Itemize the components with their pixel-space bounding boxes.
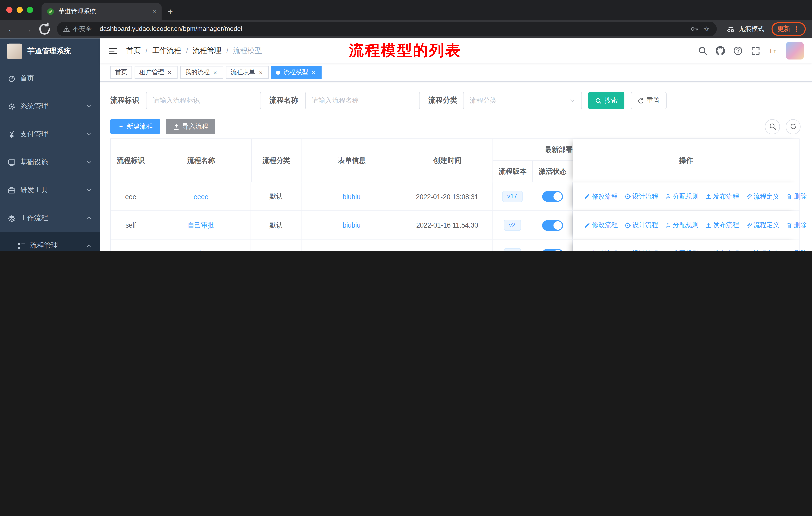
sidebar-item-label: 支付管理 — [20, 130, 81, 139]
action-delete-button[interactable]: 删除 — [786, 192, 807, 201]
cell-version: v17 — [493, 183, 532, 211]
tag-process-model[interactable]: 流程模型× — [271, 66, 322, 79]
action-definition-button[interactable]: 流程定义 — [746, 221, 780, 230]
tag-home[interactable]: 首页 — [110, 66, 132, 79]
tag-close-icon[interactable]: × — [258, 69, 264, 76]
process-name-link[interactable]: 自己审批 — [187, 221, 214, 230]
action-edit-button[interactable]: 修改流程 — [584, 250, 618, 251]
update-button[interactable]: 更新 ⋮ — [772, 22, 806, 35]
active-toggle[interactable] — [542, 220, 562, 230]
avatar[interactable] — [786, 42, 804, 60]
hamburger-icon[interactable] — [108, 46, 118, 56]
sidebar-item-devtools[interactable]: 研发工具 — [0, 176, 100, 204]
browser-menu-icon[interactable]: ⋮ — [793, 25, 800, 33]
github-icon[interactable] — [716, 46, 725, 55]
create-process-button[interactable]: + 新建流程 — [110, 119, 160, 134]
sidebar-item-system[interactable]: 系统管理 — [0, 92, 100, 120]
font-size-icon[interactable]: TT — [768, 46, 778, 55]
tag-tenant[interactable]: 租户管理× — [135, 66, 178, 79]
process-model-table: 流程标识 流程名称 流程分类 表单信息 创建时间 最新部署的流程定义 流程版本 … — [110, 138, 800, 251]
chevron-down-icon — [86, 131, 92, 138]
cell-category: OA — [252, 240, 301, 251]
action-edit-button[interactable]: 修改流程 — [584, 221, 618, 230]
process-name-link[interactable]: eeee — [194, 193, 209, 200]
form-info-link[interactable]: biubiu — [343, 193, 360, 200]
minimize-window-button[interactable] — [17, 7, 23, 13]
action-publish-button[interactable]: 发布流程 — [705, 192, 739, 201]
cell-active-state — [532, 211, 573, 239]
process-key-input[interactable]: 请输入流程标识 — [146, 92, 261, 109]
sidebar-item-workflow[interactable]: 工作流程 — [0, 204, 100, 232]
action-assign-rule-button[interactable]: 分配规则 — [665, 192, 699, 201]
version-tag[interactable]: v5 — [504, 248, 521, 251]
window-controls — [0, 0, 41, 20]
action-delete-button[interactable]: 删除 — [786, 221, 807, 230]
action-delete-button[interactable]: 删除 — [786, 250, 807, 251]
active-toggle[interactable] — [542, 191, 562, 202]
process-name-input[interactable]: 请输入流程名称 — [305, 92, 420, 109]
tag-close-icon[interactable]: × — [212, 69, 219, 76]
cell-process-key: self — [111, 211, 151, 239]
close-window-button[interactable] — [6, 7, 12, 13]
security-status[interactable]: 不安全 — [63, 25, 92, 33]
breadcrumb-item-home[interactable]: 首页 — [126, 46, 141, 55]
show-search-button[interactable] — [765, 119, 780, 134]
version-tag[interactable]: v17 — [502, 191, 523, 202]
bookmark-star-icon[interactable]: ☆ — [702, 25, 710, 33]
tag-close-icon[interactable]: × — [310, 69, 317, 76]
sidebar-item-label: 首页 — [20, 74, 92, 83]
action-design-button[interactable]: 设计流程 — [625, 192, 658, 201]
incognito-icon — [726, 25, 735, 33]
process-name-link[interactable]: OA 请假 — [188, 249, 213, 251]
action-design-button[interactable]: 设计流程 — [625, 221, 658, 230]
import-process-button[interactable]: 导入流程 — [166, 119, 215, 134]
action-definition-button[interactable]: 流程定义 — [746, 192, 780, 201]
sidebar-item-infrastructure[interactable]: 基础设施 — [0, 148, 100, 176]
breadcrumb-item-process-management[interactable]: 流程管理 — [193, 46, 222, 55]
active-toggle[interactable] — [542, 249, 562, 251]
action-assign-rule-button[interactable]: 分配规则 — [665, 221, 699, 230]
form-info-link[interactable]: /bpm/oa/leave/create — [320, 250, 383, 251]
refresh-table-button[interactable] — [786, 119, 801, 134]
new-tab-button[interactable]: + — [162, 4, 179, 20]
tag-process-form[interactable]: 流程表单× — [226, 66, 269, 79]
zoom-window-button[interactable] — [27, 7, 33, 13]
key-icon[interactable] — [690, 25, 699, 33]
action-definition-button[interactable]: 流程定义 — [746, 250, 780, 251]
content: 流程标识 请输入流程标识 流程名称 请输入流程名称 流程分类 流程分类 搜索 — [100, 82, 812, 251]
category-select[interactable]: 流程分类 — [463, 92, 582, 109]
sidebar-item-home[interactable]: 首页 — [0, 64, 100, 92]
forward-button[interactable]: → — [21, 22, 35, 36]
form-info-link[interactable]: biubiu — [343, 221, 360, 229]
reset-button[interactable]: 重置 — [631, 92, 667, 109]
reload-button[interactable] — [37, 22, 52, 36]
version-tag[interactable]: v2 — [504, 220, 521, 231]
sidebar-item-label: 研发工具 — [20, 186, 81, 195]
help-icon[interactable] — [733, 46, 743, 55]
breadcrumb-item-workflow[interactable]: 工作流程 — [152, 46, 181, 55]
tab-close-icon[interactable]: × — [152, 7, 156, 16]
sidebar-menu: 首页系统管理支付管理基础设施研发工具工作流程流程管理流程表单用户分组流程模型任务… — [0, 64, 100, 251]
tag-close-icon[interactable]: × — [166, 69, 173, 76]
browser-tab[interactable]: 芋道管理系统 × — [41, 3, 162, 20]
sidebar-logo[interactable]: 芋道管理系统 — [0, 38, 100, 64]
search-button[interactable]: 搜索 — [588, 92, 625, 109]
action-publish-button[interactable]: 发布流程 — [705, 221, 739, 230]
table-toolbar: + 新建流程 导入流程 — [110, 119, 801, 134]
column-header-name: 流程名称 — [151, 139, 252, 182]
table-body: eeeeeee默认biubiu2022-01-20 13:08:31v17修改流… — [111, 183, 799, 251]
action-edit-button[interactable]: 修改流程 — [584, 192, 618, 201]
fullscreen-icon[interactable] — [751, 46, 760, 55]
action-design-button[interactable]: 设计流程 — [625, 250, 658, 251]
search-icon[interactable] — [698, 46, 707, 55]
sidebar-item-process-management[interactable]: 流程管理 — [0, 232, 100, 251]
sidebar-item-label: 基础设施 — [20, 158, 81, 167]
action-publish-button[interactable]: 发布流程 — [705, 250, 739, 251]
address-bar[interactable]: 不安全 dashboard.yudao.iocoder.cn/bpm/manag… — [57, 22, 717, 36]
action-assign-rule-button[interactable]: 分配规则 — [665, 250, 699, 251]
url-separator — [96, 25, 96, 33]
back-button[interactable]: ← — [4, 22, 19, 36]
tag-my-process[interactable]: 我的流程× — [180, 66, 223, 79]
process-key-placeholder: 请输入流程标识 — [153, 96, 200, 105]
sidebar-item-payment[interactable]: 支付管理 — [0, 120, 100, 148]
